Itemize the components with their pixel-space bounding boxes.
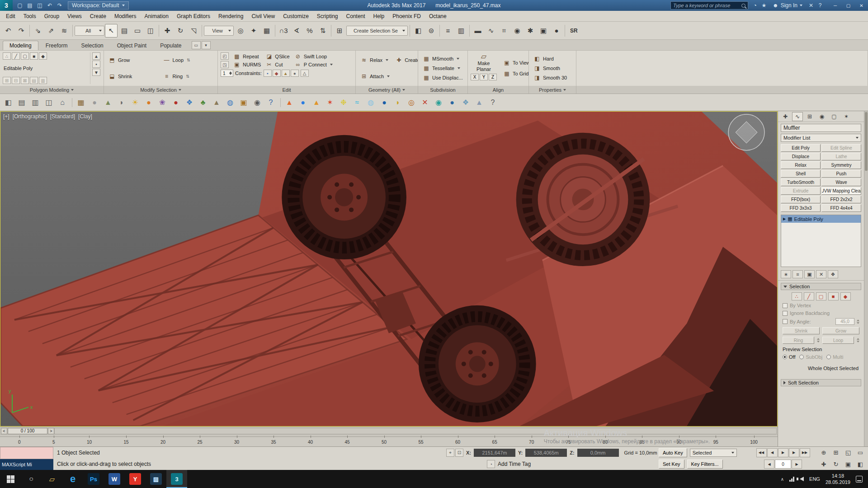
pm-collapse-icon[interactable]: ⊞	[3, 77, 11, 84]
modifier-stack[interactable]: ▶ ▦ Editable Poly	[781, 215, 861, 267]
vegetation-icon[interactable]: ♣	[197, 96, 209, 109]
y-coordinate-field[interactable]: 538,4065m	[525, 449, 567, 457]
new-scene-icon[interactable]: ▢	[15, 1, 24, 9]
sign-in-button[interactable]: ☻ Sign In	[771, 2, 804, 9]
exchange-apps-icon[interactable]: ✕	[807, 2, 815, 9]
ribbon-panel-title[interactable]: Properties	[529, 86, 576, 94]
menu-graph-editors[interactable]: Graph Editors	[173, 11, 214, 21]
word-button[interactable]: W	[104, 470, 125, 488]
menu-phoenix-fd[interactable]: Phoenix FD	[388, 11, 425, 21]
yandex-browser-button[interactable]: Y	[125, 470, 146, 488]
viewport-canvas[interactable]: y x	[0, 112, 777, 426]
edge-browser-button[interactable]: e	[62, 470, 83, 488]
3dsmax-logo[interactable]: 3	[0, 0, 13, 11]
shrink-selection-button[interactable]: Shrink	[783, 327, 820, 334]
constraint-edge-icon[interactable]: ◆	[273, 70, 281, 77]
selection-lock-toggle-icon[interactable]: ⊡	[455, 449, 463, 457]
menu-rendering[interactable]: Rendering	[214, 11, 247, 21]
menu-tools[interactable]: Tools	[19, 11, 40, 21]
use-displacement-button[interactable]: ▦Use Displac...	[421, 74, 465, 82]
taskbar-search-button[interactable]: ○	[21, 470, 42, 488]
modifier-list-dropdown[interactable]: Modifier List	[781, 134, 861, 142]
go-to-end-button[interactable]: ▶▶	[800, 448, 810, 457]
create-button[interactable]: ✚Create	[393, 56, 418, 64]
shrink-button[interactable]: ⬓Shrink	[107, 72, 157, 80]
track-bar[interactable]: 0510152025303540455055606570758085909510…	[0, 435, 778, 446]
modifier-button[interactable]: Lathe	[821, 153, 861, 160]
reference-coordinate-system-dropdown[interactable]: View	[204, 26, 234, 36]
menu-octane[interactable]: Octane	[425, 11, 451, 21]
flame-preset-icon[interactable]: ▲	[310, 96, 323, 109]
constraint-normal-icon[interactable]: ●	[291, 70, 299, 77]
ribbon-panel-title[interactable]: Align	[468, 86, 529, 94]
toggle-scene-explorer-icon[interactable]: ≡	[442, 24, 454, 38]
undo-quick-icon[interactable]: ↶	[45, 1, 54, 9]
modifier-button[interactable]: FFD 2x2x2	[821, 196, 861, 203]
polygon-mode-icon[interactable]: ■	[30, 52, 38, 60]
terrain-icon[interactable]: ▲	[210, 96, 223, 109]
primitives-sphere-icon[interactable]: ●	[88, 96, 101, 109]
pm-previous-icon[interactable]: ⊟	[12, 77, 20, 84]
select-and-link-icon[interactable]: ⇘	[32, 24, 44, 38]
border-subobject-icon[interactable]: ▢	[816, 292, 826, 300]
ribbon-panel-title[interactable]: Geometry (All)	[356, 86, 418, 94]
unlink-selection-icon[interactable]: ⇗	[45, 24, 57, 38]
curve-editor-icon[interactable]: ∿	[485, 24, 497, 38]
qslice-button[interactable]: ◪QSlice	[264, 52, 291, 61]
key-filters-button[interactable]: Key Filters...	[687, 460, 723, 469]
element-mode-icon[interactable]: ◆	[39, 52, 47, 60]
viewport-general-menu[interactable]: [+]	[3, 113, 9, 120]
absolute-mode-toggle-icon[interactable]: ⌖	[446, 449, 454, 457]
menu-views[interactable]: Views	[63, 11, 86, 21]
scene-explorer-icon[interactable]: ▤	[15, 96, 28, 109]
menu-group[interactable]: Group	[40, 11, 63, 21]
sr-plugin-button[interactable]: SR	[567, 24, 581, 38]
previous-key-button[interactable]: ◀	[764, 460, 774, 469]
file-explorer-button[interactable]: ▱	[42, 470, 62, 488]
timeline-forward-button[interactable]: >	[48, 428, 54, 434]
modifier-button[interactable]: Wave	[821, 178, 861, 186]
ocean-preset-icon[interactable]: ●	[378, 96, 391, 109]
pin-stack-icon[interactable]: ∗	[781, 270, 791, 278]
render-production-icon[interactable]: ●	[550, 24, 563, 38]
octane-render-icon[interactable]: ◉	[432, 96, 445, 109]
viewport-standard-menu[interactable]: [Standard]	[50, 113, 75, 120]
civil-view-icon[interactable]: ⌂	[56, 96, 69, 109]
orange-sphere-icon[interactable]: ●	[142, 96, 155, 109]
select-and-scale-icon[interactable]: ◹	[187, 24, 200, 38]
smooth-30-button[interactable]: ◨Smooth 30	[532, 74, 573, 82]
modifier-button[interactable]: FFD 4x4x4	[821, 204, 861, 212]
zoom-region-icon[interactable]: ▭	[854, 448, 866, 458]
polygon-subobject-icon[interactable]: ■	[828, 292, 839, 300]
modifier-button[interactable]: Shell	[781, 170, 821, 178]
minimize-button[interactable]: ─	[829, 0, 842, 11]
element-subobject-icon[interactable]: ◆	[840, 292, 851, 300]
molecule-icon[interactable]: ❖	[183, 96, 196, 109]
panel-scrollbar[interactable]	[864, 111, 868, 446]
stack-item-editable-poly[interactable]: ▶ ▦ Editable Poly	[781, 215, 861, 223]
named-selection-sets-dropdown[interactable]: Create Selection Se	[346, 26, 408, 36]
wave-preset-icon[interactable]: ≈	[351, 96, 363, 109]
loop-button[interactable]: —Loop	[161, 56, 215, 64]
x-coordinate-field[interactable]: 2151,647m	[474, 449, 515, 457]
snaps-toggle-3d-icon[interactable]: ∩3	[277, 24, 290, 38]
current-frame-field[interactable]: 0	[775, 460, 791, 469]
timeline-back-button[interactable]: <	[1, 428, 7, 434]
modifier-button[interactable]: Edit Poly	[781, 144, 821, 152]
redo-icon[interactable]: ↷	[15, 24, 28, 38]
constrain-edge-toggle-icon[interactable]: △	[301, 70, 309, 77]
crate-icon[interactable]: ▣	[237, 96, 250, 109]
layer-explorer-icon[interactable]: ▥	[29, 96, 42, 109]
plugin-help-icon[interactable]: ?	[486, 96, 499, 109]
angle-snap-toggle-icon[interactable]: ∢	[290, 24, 303, 38]
primitives-teapot-icon[interactable]: ◗	[115, 96, 128, 109]
pan-view-icon[interactable]: ✚	[818, 459, 830, 469]
tab-freeform[interactable]: Freeform	[39, 41, 74, 50]
maximize-button[interactable]: ▢	[842, 0, 855, 11]
viewport[interactable]: y x [+][Orthographic][Standard][Clay]	[0, 111, 778, 427]
expand-stack-icon[interactable]: ▶	[783, 217, 786, 221]
menu-create[interactable]: Create	[86, 11, 110, 21]
pm-pin-icon[interactable]: •	[92, 61, 100, 68]
smooth-button[interactable]: ◨Smooth	[532, 64, 573, 72]
toggle-ribbon-icon[interactable]: ▬	[472, 24, 484, 38]
